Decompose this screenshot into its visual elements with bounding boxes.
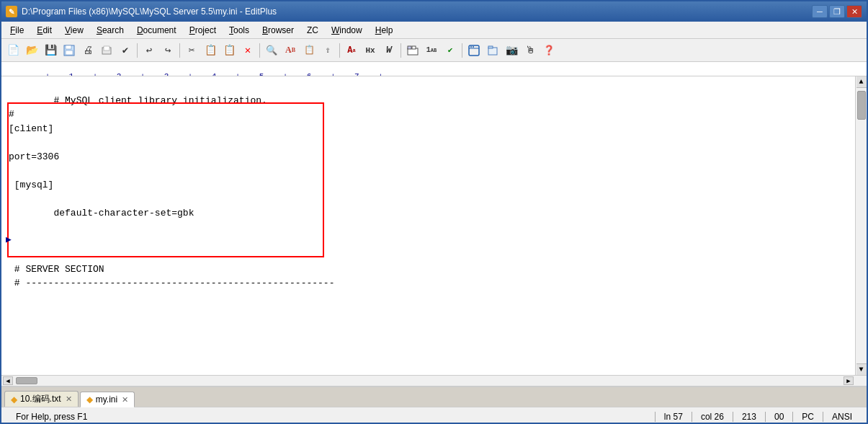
separator-5 bbox=[401, 43, 401, 58]
menu-search[interactable]: Search bbox=[91, 24, 130, 37]
menu-zc[interactable]: ZC bbox=[301, 24, 324, 37]
vertical-scrollbar[interactable]: ▲ ▼ bbox=[855, 76, 867, 375]
print-button[interactable]: 🖨 bbox=[79, 42, 97, 59]
tab-2[interactable]: ◆ my.ini ✕ bbox=[80, 392, 135, 407]
cursor-button[interactable]: 🖱 bbox=[522, 42, 539, 59]
editor-text: # MySQL client library initialization. #… bbox=[9, 79, 852, 304]
delete-button[interactable]: ✕ bbox=[239, 42, 256, 59]
horizontal-scrollbar[interactable]: ◀ ▶ bbox=[1, 375, 867, 387]
minimize-button[interactable]: ─ bbox=[812, 5, 828, 18]
tab1-close[interactable]: ✕ bbox=[66, 394, 72, 404]
tab1-label: 10.编码.txt bbox=[20, 393, 61, 405]
svg-rect-7 bbox=[412, 46, 416, 49]
svg-rect-6 bbox=[408, 46, 411, 49]
svg-rect-4 bbox=[104, 46, 109, 50]
menu-browser[interactable]: Browser bbox=[256, 24, 300, 37]
help-button[interactable]: ❓ bbox=[540, 42, 558, 59]
tab1-icon: ◆ bbox=[11, 394, 17, 405]
title-bar-buttons: ─ ❐ ✕ bbox=[812, 5, 862, 18]
tab2-icon: ◆ bbox=[86, 394, 93, 405]
open-button[interactable]: 📂 bbox=[23, 42, 40, 59]
scrollbar-down-button[interactable]: ▼ bbox=[856, 363, 867, 375]
save-all-button[interactable] bbox=[61, 42, 78, 59]
line-1: # MySQL client library initialization. bbox=[53, 95, 267, 106]
format-button[interactable]: Aa bbox=[343, 42, 360, 59]
restore-button[interactable]: ❐ bbox=[829, 5, 845, 18]
line-3: [client] bbox=[9, 123, 53, 134]
print-preview-button[interactable] bbox=[98, 42, 115, 59]
check-button[interactable]: ✔ bbox=[117, 42, 134, 59]
new-button[interactable]: 📄 bbox=[4, 42, 22, 59]
hscroll-right-button[interactable]: ▶ bbox=[844, 376, 854, 385]
main-window: ✎ D:\Program Files (x86)\MySQL\MySQL Ser… bbox=[0, 0, 868, 424]
status-col: col 26 bbox=[692, 412, 733, 422]
separator-2 bbox=[179, 43, 180, 58]
line-14: # --------------------------------------… bbox=[9, 278, 334, 288]
browser-open-button[interactable] bbox=[465, 42, 483, 59]
project-button[interactable] bbox=[484, 42, 501, 59]
tabs-bar: ◆ 10.编码.txt ✕ ◆ my.ini ✕ bbox=[1, 387, 867, 407]
scrollbar-up-button[interactable]: ▲ bbox=[856, 76, 867, 88]
find-replace-button[interactable]: AB bbox=[282, 42, 299, 59]
title-bar: ✎ D:\Program Files (x86)\MySQL\MySQL Ser… bbox=[1, 1, 867, 22]
line-13: # SERVER SECTION bbox=[9, 264, 104, 275]
goto-line-button[interactable]: ⇧ bbox=[319, 42, 336, 59]
status-encoding: ANSI bbox=[823, 412, 861, 422]
app-icon: ✎ bbox=[6, 6, 17, 17]
save-button[interactable]: 💾 bbox=[42, 42, 59, 59]
svg-point-11 bbox=[473, 46, 474, 48]
close-button[interactable]: ✕ bbox=[846, 5, 862, 18]
line-number-button[interactable]: 1AB bbox=[423, 42, 440, 59]
save-all-icon bbox=[63, 45, 75, 56]
line-9: default-character-set=gbk bbox=[9, 208, 194, 218]
status-code: 00 bbox=[766, 412, 793, 422]
tab2-close[interactable]: ✕ bbox=[122, 395, 128, 405]
line-5: port=3306 bbox=[9, 151, 59, 162]
editor-content[interactable]: # MySQL client library initialization. #… bbox=[1, 76, 855, 375]
undo-button[interactable]: ↩ bbox=[140, 42, 158, 59]
word-wrap-button[interactable]: W bbox=[380, 42, 398, 59]
tab-1[interactable]: ◆ 10.编码.txt ✕ bbox=[4, 391, 79, 407]
status-num: 213 bbox=[733, 412, 766, 422]
photo-button[interactable]: 📷 bbox=[503, 42, 520, 59]
tab-view-icon bbox=[407, 45, 419, 56]
title-bar-left: ✎ D:\Program Files (x86)\MySQL\MySQL Ser… bbox=[6, 6, 277, 17]
paste-button[interactable]: 📋 bbox=[220, 42, 238, 59]
separator-3 bbox=[259, 43, 260, 58]
hex-button[interactable]: Hx bbox=[362, 42, 379, 59]
toggle-button[interactable]: 📋 bbox=[300, 42, 318, 59]
title-text: D:\Program Files (x86)\MySQL\MySQL Serve… bbox=[22, 6, 277, 17]
tab-view-button[interactable] bbox=[404, 42, 421, 59]
copy-button[interactable]: 📋 bbox=[202, 42, 219, 59]
svg-rect-13 bbox=[488, 46, 493, 48]
redo-button[interactable]: ↪ bbox=[159, 42, 176, 59]
print-preview-icon bbox=[101, 45, 112, 56]
tab2-label: my.ini bbox=[96, 394, 117, 405]
menu-help[interactable]: Help bbox=[370, 24, 399, 37]
menu-window[interactable]: Window bbox=[326, 24, 368, 37]
hscroll-thumb[interactable] bbox=[16, 377, 37, 384]
toolbar: 📄 📂 💾 🖨 ✔ ↩ ↪ ✂ 📋 📋 ✕ 🔍 AB 📋 ⇧ Aa Hx W bbox=[1, 39, 867, 62]
menu-document[interactable]: Document bbox=[131, 24, 182, 37]
find-button[interactable]: 🔍 bbox=[263, 42, 280, 59]
hscroll-left-button[interactable]: ◀ bbox=[3, 376, 13, 385]
menu-tools[interactable]: Tools bbox=[223, 24, 255, 37]
svg-point-10 bbox=[470, 46, 472, 48]
separator-4 bbox=[339, 43, 340, 58]
browser-icon bbox=[468, 45, 480, 56]
diff-button[interactable]: ✔ bbox=[442, 42, 459, 59]
svg-rect-1 bbox=[66, 45, 71, 49]
line-7: [mysql] bbox=[9, 180, 53, 190]
status-line: ln 57 bbox=[656, 412, 692, 422]
cut-button[interactable]: ✂ bbox=[183, 42, 200, 59]
menu-edit[interactable]: Edit bbox=[31, 24, 58, 37]
status-help: For Help, press F1 bbox=[7, 412, 656, 422]
menu-file[interactable]: File bbox=[4, 24, 30, 37]
menu-view[interactable]: View bbox=[59, 24, 89, 37]
svg-rect-2 bbox=[66, 50, 73, 55]
separator-1 bbox=[137, 43, 138, 58]
scrollbar-thumb[interactable] bbox=[857, 91, 866, 120]
menu-project[interactable]: Project bbox=[184, 24, 222, 37]
project-icon bbox=[487, 45, 498, 56]
status-bar: For Help, press F1 ln 57 col 26 213 00 P… bbox=[1, 407, 867, 424]
